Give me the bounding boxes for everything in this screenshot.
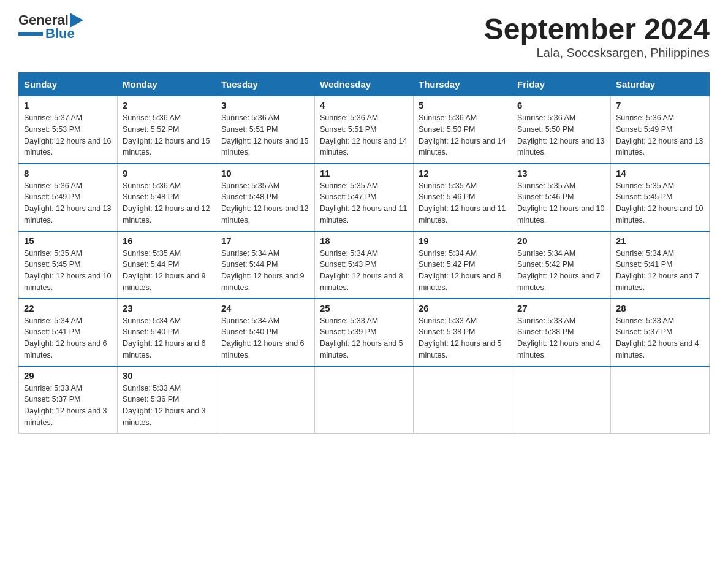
table-row: 13 Sunrise: 5:35 AMSunset: 5:46 PMDaylig…: [512, 164, 611, 231]
table-row: 24 Sunrise: 5:34 AMSunset: 5:40 PMDaylig…: [216, 299, 315, 366]
table-row: 25 Sunrise: 5:33 AMSunset: 5:39 PMDaylig…: [315, 299, 414, 366]
calendar-week-row: 29 Sunrise: 5:33 AMSunset: 5:37 PMDaylig…: [19, 366, 710, 434]
day-number: 6: [517, 100, 605, 110]
calendar-week-row: 1 Sunrise: 5:37 AMSunset: 5:53 PMDayligh…: [19, 96, 710, 164]
table-row: [611, 366, 710, 434]
day-info: Sunrise: 5:36 AMSunset: 5:52 PMDaylight:…: [123, 113, 210, 156]
calendar-week-row: 8 Sunrise: 5:36 AMSunset: 5:49 PMDayligh…: [19, 164, 710, 231]
day-info: Sunrise: 5:33 AMSunset: 5:38 PMDaylight:…: [419, 316, 502, 359]
day-info: Sunrise: 5:34 AMSunset: 5:41 PMDaylight:…: [616, 249, 699, 292]
day-info: Sunrise: 5:35 AMSunset: 5:45 PMDaylight:…: [24, 249, 111, 292]
day-number: 21: [616, 236, 704, 246]
day-info: Sunrise: 5:35 AMSunset: 5:44 PMDaylight:…: [123, 249, 206, 292]
day-info: Sunrise: 5:35 AMSunset: 5:48 PMDaylight:…: [221, 182, 308, 224]
day-number: 11: [320, 168, 408, 178]
day-info: Sunrise: 5:35 AMSunset: 5:46 PMDaylight:…: [419, 182, 506, 224]
table-row: 6 Sunrise: 5:36 AMSunset: 5:50 PMDayligh…: [512, 96, 611, 164]
table-row: [216, 366, 315, 434]
title-area: September 2024 Lala, Soccsksargen, Phili…: [484, 12, 710, 60]
day-number: 27: [517, 303, 605, 313]
logo-blue-bar: [18, 32, 43, 36]
day-info: Sunrise: 5:34 AMSunset: 5:44 PMDaylight:…: [221, 249, 305, 292]
day-info: Sunrise: 5:33 AMSunset: 5:36 PMDaylight:…: [123, 384, 206, 427]
calendar-week-row: 22 Sunrise: 5:34 AMSunset: 5:41 PMDaylig…: [19, 299, 710, 366]
table-row: 22 Sunrise: 5:34 AMSunset: 5:41 PMDaylig…: [19, 299, 118, 366]
day-info: Sunrise: 5:33 AMSunset: 5:38 PMDaylight:…: [517, 316, 601, 359]
table-row: 7 Sunrise: 5:36 AMSunset: 5:49 PMDayligh…: [611, 96, 710, 164]
day-number: 8: [24, 168, 112, 178]
day-number: 23: [123, 303, 211, 313]
day-number: 1: [24, 100, 112, 110]
col-wednesday: Wednesday: [315, 73, 414, 96]
col-friday: Friday: [512, 73, 611, 96]
table-row: 21 Sunrise: 5:34 AMSunset: 5:41 PMDaylig…: [611, 231, 710, 299]
col-tuesday: Tuesday: [216, 73, 315, 96]
day-number: 2: [123, 100, 211, 110]
day-info: Sunrise: 5:34 AMSunset: 5:43 PMDaylight:…: [320, 249, 403, 292]
day-number: 17: [221, 236, 309, 246]
day-number: 4: [320, 100, 408, 110]
day-number: 14: [616, 168, 704, 178]
table-row: 16 Sunrise: 5:35 AMSunset: 5:44 PMDaylig…: [118, 231, 216, 299]
day-info: Sunrise: 5:36 AMSunset: 5:49 PMDaylight:…: [616, 113, 703, 156]
day-info: Sunrise: 5:33 AMSunset: 5:37 PMDaylight:…: [24, 384, 107, 427]
day-number: 12: [419, 168, 507, 178]
day-info: Sunrise: 5:33 AMSunset: 5:39 PMDaylight:…: [320, 316, 403, 359]
day-number: 26: [419, 303, 507, 313]
table-row: 2 Sunrise: 5:36 AMSunset: 5:52 PMDayligh…: [118, 96, 216, 164]
table-row: 30 Sunrise: 5:33 AMSunset: 5:36 PMDaylig…: [118, 366, 216, 434]
day-number: 10: [221, 168, 309, 178]
day-number: 19: [419, 236, 507, 246]
table-row: 27 Sunrise: 5:33 AMSunset: 5:38 PMDaylig…: [512, 299, 611, 366]
calendar-table: Sunday Monday Tuesday Wednesday Thursday…: [18, 72, 710, 434]
day-number: 24: [221, 303, 309, 313]
logo-blue: Blue: [45, 26, 75, 42]
day-number: 28: [616, 303, 704, 313]
col-monday: Monday: [118, 73, 216, 96]
table-row: 23 Sunrise: 5:34 AMSunset: 5:40 PMDaylig…: [118, 299, 216, 366]
day-info: Sunrise: 5:36 AMSunset: 5:51 PMDaylight:…: [320, 113, 407, 156]
table-row: 14 Sunrise: 5:35 AMSunset: 5:45 PMDaylig…: [611, 164, 710, 231]
table-row: 17 Sunrise: 5:34 AMSunset: 5:44 PMDaylig…: [216, 231, 315, 299]
day-number: 3: [221, 100, 309, 110]
col-sunday: Sunday: [19, 73, 118, 96]
day-number: 7: [616, 100, 704, 110]
day-info: Sunrise: 5:36 AMSunset: 5:48 PMDaylight:…: [123, 182, 210, 224]
col-thursday: Thursday: [414, 73, 512, 96]
page-subtitle: Lala, Soccsksargen, Philippines: [484, 46, 710, 60]
day-info: Sunrise: 5:35 AMSunset: 5:46 PMDaylight:…: [517, 182, 604, 224]
page-title: September 2024: [484, 12, 710, 46]
day-info: Sunrise: 5:34 AMSunset: 5:41 PMDaylight:…: [24, 316, 107, 359]
table-row: 4 Sunrise: 5:36 AMSunset: 5:51 PMDayligh…: [315, 96, 414, 164]
day-number: 25: [320, 303, 408, 313]
day-info: Sunrise: 5:34 AMSunset: 5:42 PMDaylight:…: [419, 249, 502, 292]
day-number: 15: [24, 236, 112, 246]
day-info: Sunrise: 5:34 AMSunset: 5:42 PMDaylight:…: [517, 249, 601, 292]
table-row: 1 Sunrise: 5:37 AMSunset: 5:53 PMDayligh…: [19, 96, 118, 164]
day-info: Sunrise: 5:33 AMSunset: 5:37 PMDaylight:…: [616, 316, 699, 359]
table-row: 15 Sunrise: 5:35 AMSunset: 5:45 PMDaylig…: [19, 231, 118, 299]
day-info: Sunrise: 5:36 AMSunset: 5:50 PMDaylight:…: [517, 113, 604, 156]
table-row: 28 Sunrise: 5:33 AMSunset: 5:37 PMDaylig…: [611, 299, 710, 366]
table-row: 5 Sunrise: 5:36 AMSunset: 5:50 PMDayligh…: [414, 96, 512, 164]
table-row: [315, 366, 414, 434]
logo: General Blue: [18, 12, 83, 42]
table-row: 11 Sunrise: 5:35 AMSunset: 5:47 PMDaylig…: [315, 164, 414, 231]
table-row: 10 Sunrise: 5:35 AMSunset: 5:48 PMDaylig…: [216, 164, 315, 231]
day-info: Sunrise: 5:36 AMSunset: 5:51 PMDaylight:…: [221, 113, 308, 156]
day-number: 18: [320, 236, 408, 246]
page-header: General Blue September 2024 Lala, Soccsk…: [18, 12, 710, 60]
table-row: 12 Sunrise: 5:35 AMSunset: 5:46 PMDaylig…: [414, 164, 512, 231]
table-row: 29 Sunrise: 5:33 AMSunset: 5:37 PMDaylig…: [19, 366, 118, 434]
table-row: 3 Sunrise: 5:36 AMSunset: 5:51 PMDayligh…: [216, 96, 315, 164]
table-row: [414, 366, 512, 434]
day-info: Sunrise: 5:34 AMSunset: 5:40 PMDaylight:…: [123, 316, 206, 359]
day-number: 30: [123, 370, 211, 381]
table-row: 20 Sunrise: 5:34 AMSunset: 5:42 PMDaylig…: [512, 231, 611, 299]
day-info: Sunrise: 5:37 AMSunset: 5:53 PMDaylight:…: [24, 113, 111, 156]
day-number: 20: [517, 236, 605, 246]
day-info: Sunrise: 5:34 AMSunset: 5:40 PMDaylight:…: [221, 316, 305, 359]
table-row: 8 Sunrise: 5:36 AMSunset: 5:49 PMDayligh…: [19, 164, 118, 231]
table-row: [512, 366, 611, 434]
day-number: 16: [123, 236, 211, 246]
